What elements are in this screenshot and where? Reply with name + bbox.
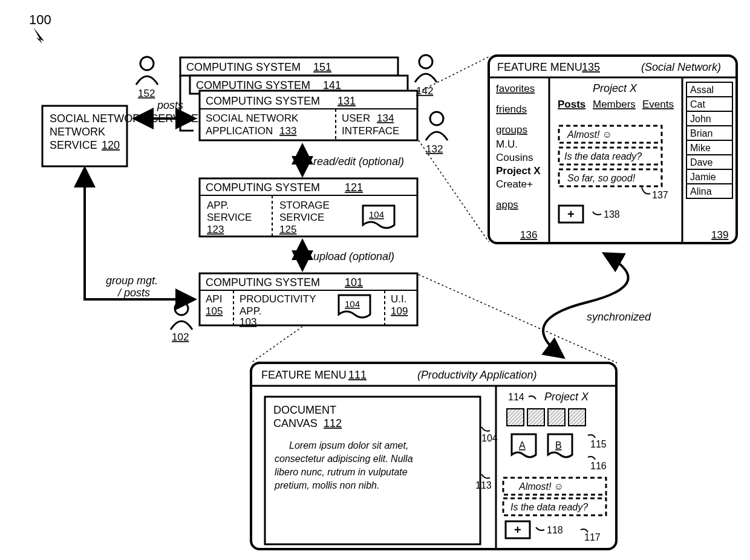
contact-item[interactable]: Jamie <box>690 172 716 182</box>
svg-text:104: 104 <box>345 299 360 309</box>
svg-text:read/edit (optional): read/edit (optional) <box>313 155 404 168</box>
plus-icon: + <box>567 207 575 221</box>
svg-text:152: 152 <box>138 88 155 99</box>
svg-text:121: 121 <box>345 181 363 194</box>
svg-text:131: 131 <box>338 95 356 107</box>
contact-item[interactable]: Assal <box>690 85 714 95</box>
social-network-service-box: SOCIAL NETWORK SERVICE NETWORK SERVICE 1… <box>42 106 198 166</box>
svg-text:COMPUTING SYSTEM: COMPUTING SYSTEM <box>186 61 301 73</box>
sns-label-2: NETWORK <box>50 126 105 138</box>
contact-item[interactable]: Dave <box>690 157 712 168</box>
svg-text:B: B <box>555 440 562 451</box>
sidebar-friends[interactable]: friends <box>496 103 527 115</box>
sidebar-group-projectx[interactable]: Project X <box>496 165 541 177</box>
svg-text:Lorem ipsum dolor sit amet,: Lorem ipsum dolor sit amet, <box>289 440 408 451</box>
avatar <box>548 409 565 426</box>
sidebar-group-create[interactable]: Create+ <box>496 178 533 190</box>
svg-text:libero nunc, rutrum in vulputa: libero nunc, rutrum in vulputate <box>275 467 408 477</box>
svg-text:113: 113 <box>475 480 492 490</box>
svg-point-19 <box>140 57 154 70</box>
svg-text:111: 111 <box>348 369 367 381</box>
avatar <box>527 409 544 426</box>
user-102: 102 <box>171 302 192 343</box>
synchronized-arrow: synchronized <box>543 254 651 357</box>
tab-events[interactable]: Events <box>642 99 674 110</box>
figure-ref: 100 <box>29 12 51 27</box>
side-add-post-button[interactable]: + <box>506 521 530 538</box>
svg-text:133: 133 <box>279 125 296 137</box>
svg-text:104: 104 <box>481 433 498 443</box>
sidebar-favorites[interactable]: favorites <box>496 83 535 94</box>
svg-text:Almost! ☺: Almost! ☺ <box>567 129 612 140</box>
svg-text:115: 115 <box>590 439 607 449</box>
svg-text:APP.: APP. <box>240 305 262 317</box>
read-edit-arrow: read/edit (optional) <box>302 146 404 174</box>
svg-text:Is the data ready?: Is the data ready? <box>564 151 642 161</box>
svg-point-21 <box>419 55 432 68</box>
group-mgt-arrow: group mgt. / posts <box>85 169 194 299</box>
svg-text:FEATURE MENU: FEATURE MENU <box>497 61 582 73</box>
contact-item[interactable]: Mike <box>690 143 711 153</box>
svg-text:So far, so good!: So far, so good! <box>567 173 636 183</box>
add-post-button[interactable]: + <box>559 206 583 223</box>
svg-text:137: 137 <box>652 190 668 200</box>
svg-line-91 <box>251 327 302 363</box>
svg-text:INTERFACE: INTERFACE <box>342 125 399 137</box>
svg-text:Is the data ready?: Is the data ready? <box>510 502 588 512</box>
svg-text:112: 112 <box>324 417 342 429</box>
svg-text:136: 136 <box>520 229 537 241</box>
contact-item[interactable]: Alina <box>690 186 712 197</box>
svg-text:(Productivity Application): (Productivity Application) <box>417 369 536 381</box>
svg-text:135: 135 <box>582 61 600 73</box>
svg-text:synchronized: synchronized <box>587 311 651 323</box>
user-132: 132 <box>426 112 448 155</box>
computing-system-101: COMPUTING SYSTEM 101 API 105 PRODUCTIVIT… <box>200 273 417 328</box>
contact-item[interactable]: Cat <box>690 99 705 109</box>
svg-text:141: 141 <box>323 79 341 91</box>
svg-text:SERVICE: SERVICE <box>207 212 252 223</box>
svg-text:117: 117 <box>584 532 601 542</box>
svg-text:APPLICATION: APPLICATION <box>206 125 273 137</box>
group-title: Project X <box>593 82 638 94</box>
contact-item[interactable]: John <box>690 114 711 124</box>
sns-label-3: SERVICE <box>50 139 97 151</box>
svg-text:COMPUTING SYSTEM: COMPUTING SYSTEM <box>196 79 310 91</box>
sidebar-apps[interactable]: apps <box>496 199 518 210</box>
svg-text:109: 109 <box>391 305 408 317</box>
computing-system-121: COMPUTING SYSTEM 121 APP. SERVICE 123 ST… <box>200 178 417 236</box>
svg-text:118: 118 <box>547 525 563 535</box>
tab-posts[interactable]: Posts <box>558 99 585 110</box>
svg-text:125: 125 <box>279 224 296 235</box>
sidebar-groups[interactable]: groups <box>496 124 527 135</box>
svg-text:132: 132 <box>426 143 443 155</box>
svg-text:PRODUCTIVITY: PRODUCTIVITY <box>240 293 316 305</box>
svg-text:134: 134 <box>377 112 394 124</box>
feature-menu-social: FEATURE MENU 135 (Social Network) favori… <box>489 56 737 243</box>
svg-text:SERVICE: SERVICE <box>279 212 324 223</box>
svg-text:CANVAS: CANVAS <box>273 417 318 429</box>
svg-text:COMPUTING SYSTEM: COMPUTING SYSTEM <box>206 95 320 107</box>
svg-text:upload (optional): upload (optional) <box>313 250 394 262</box>
plus-icon: + <box>514 523 521 536</box>
sidebar-group-cousins[interactable]: Cousins <box>496 152 533 163</box>
svg-text:103: 103 <box>240 316 256 328</box>
svg-text:APP.: APP. <box>207 200 229 211</box>
contacts-list: Assal Cat John Brian Mike Dave Jamie Ali… <box>686 82 732 198</box>
svg-text:123: 123 <box>207 224 224 235</box>
feature-menu-prod: FEATURE MENU 111 (Productivity Applicati… <box>251 363 616 549</box>
svg-text:posts: posts <box>157 99 183 111</box>
svg-text:(Social Network): (Social Network) <box>641 61 721 73</box>
user-152: 152 <box>136 57 158 99</box>
svg-point-57 <box>175 302 188 315</box>
side-project-title: Project X <box>544 391 589 403</box>
svg-text:Almost! ☺: Almost! ☺ <box>518 481 564 492</box>
computing-system-151: COMPUTING SYSTEM 151 <box>180 57 398 76</box>
svg-text:142: 142 <box>416 85 433 97</box>
tab-members[interactable]: Members <box>593 99 636 110</box>
upload-arrow: upload (optional) <box>302 242 394 269</box>
contact-item[interactable]: Brian <box>690 128 712 138</box>
svg-text:151: 151 <box>313 61 331 73</box>
svg-text:SOCIAL NETWORK: SOCIAL NETWORK <box>206 112 299 124</box>
svg-text:/ posts: / posts <box>117 287 150 299</box>
sidebar-group-mu[interactable]: M.U. <box>496 138 518 150</box>
